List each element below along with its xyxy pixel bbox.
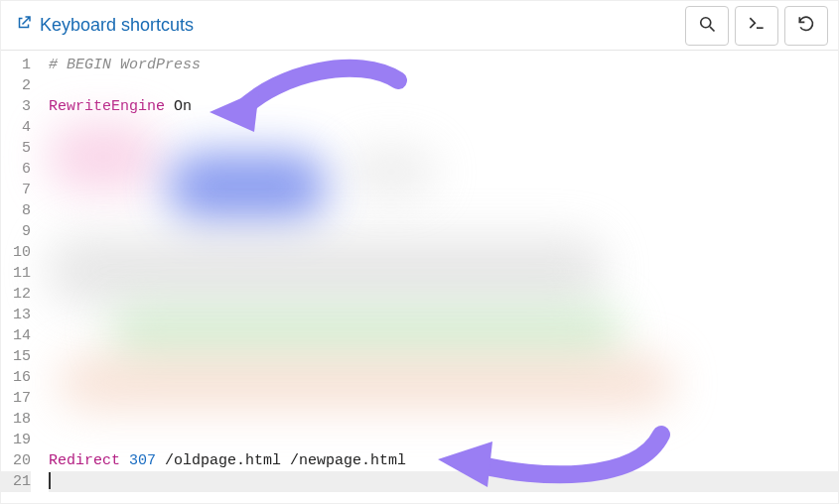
code-line[interactable] — [49, 159, 838, 180]
code-line[interactable] — [49, 471, 838, 492]
undo-button[interactable] — [784, 6, 828, 46]
keyboard-shortcuts-link[interactable]: Keyboard shortcuts — [15, 14, 194, 37]
command-button[interactable] — [735, 6, 778, 46]
code-line[interactable] — [49, 430, 838, 450]
code-area[interactable]: # BEGIN WordPressRewriteEngine OnRedirec… — [41, 51, 838, 503]
svg-point-0 — [701, 18, 711, 28]
svg-line-1 — [710, 27, 715, 32]
line-number-gutter: 123456789101112131415161718192021 — [1, 51, 41, 503]
code-line[interactable] — [49, 305, 838, 325]
code-line[interactable] — [49, 263, 838, 284]
code-line[interactable]: # BEGIN WordPress — [49, 55, 838, 75]
search-icon — [697, 14, 717, 37]
terminal-icon — [747, 14, 767, 37]
external-link-icon — [15, 14, 33, 37]
code-line[interactable] — [49, 180, 838, 200]
code-line[interactable] — [49, 388, 838, 409]
toolbar: Keyboard shortcuts — [1, 1, 838, 51]
code-line[interactable] — [49, 221, 838, 242]
code-line[interactable] — [49, 75, 838, 96]
code-line[interactable] — [49, 284, 838, 305]
search-button[interactable] — [685, 6, 729, 46]
code-editor[interactable]: 123456789101112131415161718192021 # BEGI… — [1, 51, 838, 503]
code-line[interactable] — [49, 346, 838, 367]
code-line[interactable]: RewriteEngine On — [49, 96, 838, 117]
code-line[interactable] — [49, 325, 838, 346]
code-line[interactable] — [49, 367, 838, 388]
code-line[interactable] — [49, 242, 838, 263]
code-line[interactable] — [49, 138, 838, 159]
code-line[interactable] — [49, 200, 838, 221]
code-line[interactable] — [49, 409, 838, 430]
undo-icon — [796, 14, 816, 37]
code-line[interactable] — [49, 117, 838, 138]
code-line[interactable]: Redirect 307 /oldpage.html /newpage.html — [49, 450, 838, 471]
keyboard-shortcuts-label: Keyboard shortcuts — [40, 15, 194, 36]
